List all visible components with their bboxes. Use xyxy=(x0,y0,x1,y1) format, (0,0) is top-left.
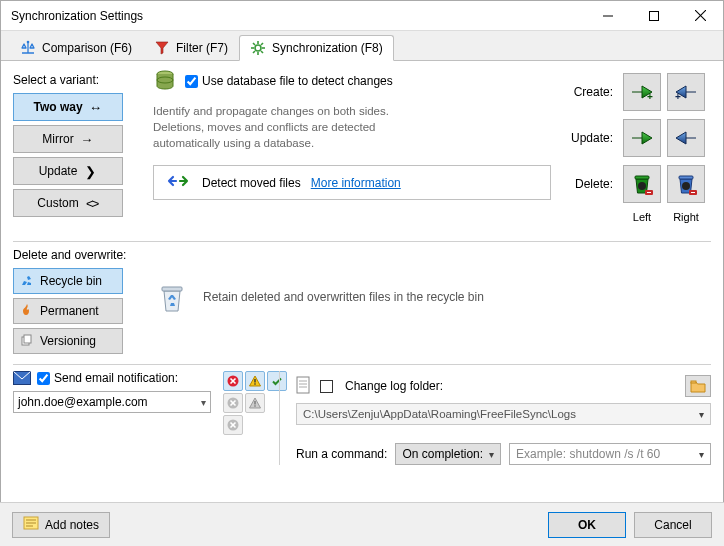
run-command-placeholder: Example: shutdown /s /t 60 xyxy=(516,447,660,461)
left-column-caption: Left xyxy=(623,211,661,223)
recycle-bin-option[interactable]: Recycle bin xyxy=(13,268,123,294)
svg-point-19 xyxy=(638,182,646,190)
variant-group: Select a variant: Two way ↔ Mirror → Upd… xyxy=(13,69,133,231)
footer-bar: Add notes OK Cancel xyxy=(0,502,724,546)
status-error-disabled[interactable] xyxy=(223,393,243,413)
scale-icon xyxy=(20,40,36,56)
variant-two-way[interactable]: Two way ↔ xyxy=(13,93,123,121)
delete-overwrite-list: Recycle bin Permanent Versioning xyxy=(13,268,133,354)
svg-rect-25 xyxy=(691,192,695,193)
use-database-checkbox[interactable]: Use database file to detect changes xyxy=(185,74,393,88)
variant-label: Update xyxy=(39,164,78,178)
chevron-down-icon: ▾ xyxy=(201,397,206,408)
change-log-folder-label: Change log folder: xyxy=(345,379,443,393)
permanent-option[interactable]: Permanent xyxy=(13,298,123,324)
versioning-option[interactable]: Versioning xyxy=(13,328,123,354)
svg-rect-27 xyxy=(24,335,31,343)
tab-comparison[interactable]: Comparison (F6) xyxy=(9,35,143,61)
versioning-icon xyxy=(20,333,34,350)
run-command-label: Run a command: xyxy=(296,447,387,461)
add-notes-button[interactable]: Add notes xyxy=(12,512,110,538)
svg-text:+: + xyxy=(647,91,653,102)
flame-icon xyxy=(20,303,34,320)
email-block: Send email notification: john.doe@exampl… xyxy=(13,371,263,465)
maximize-button[interactable] xyxy=(631,1,677,31)
use-database-checkbox-input[interactable] xyxy=(185,75,198,88)
delete-overwrite-description-row: Retain deleted and overwritten files in … xyxy=(157,268,484,314)
add-notes-label: Add notes xyxy=(45,518,99,532)
variant-heading: Select a variant: xyxy=(13,73,133,87)
chevron-down-icon: ▾ xyxy=(699,409,704,420)
database-description: Identify and propagate changes on both s… xyxy=(153,103,413,151)
run-command-input[interactable]: Example: shutdown /s /t 60 ▾ xyxy=(509,443,711,465)
two-way-arrow-icon: ↔ xyxy=(89,101,103,114)
status-warning-toggle[interactable] xyxy=(245,371,265,391)
detect-moved-files-box: Detect moved files More information xyxy=(153,165,551,200)
direction-grid: Create: + + Update: Delete: xyxy=(565,65,711,231)
svg-rect-43 xyxy=(297,377,309,393)
svg-rect-22 xyxy=(679,176,693,179)
delete-left-button[interactable] xyxy=(623,165,661,203)
svg-rect-21 xyxy=(647,192,651,193)
svg-rect-47 xyxy=(691,381,696,383)
svg-rect-1 xyxy=(650,11,659,20)
create-right-button[interactable]: + xyxy=(667,73,705,111)
ok-button[interactable]: OK xyxy=(548,512,626,538)
send-email-checkbox[interactable]: Send email notification: xyxy=(37,371,178,385)
chevron-down-icon: ▾ xyxy=(489,449,494,460)
option-label: Recycle bin xyxy=(40,274,102,288)
main-panel: Select a variant: Two way ↔ Mirror → Upd… xyxy=(1,61,723,465)
log-folder-path-value: C:\Users\Zenju\AppData\Roaming\FreeFileS… xyxy=(303,408,576,420)
create-left-button[interactable]: + xyxy=(623,73,661,111)
variant-custom[interactable]: Custom <> xyxy=(13,189,123,217)
svg-line-13 xyxy=(253,51,255,53)
minimize-button[interactable] xyxy=(585,1,631,31)
window-title: Synchronization Settings xyxy=(11,9,585,23)
chevron-right-icon: ❯ xyxy=(83,165,97,178)
email-address-combo[interactable]: john.doe@example.com ▾ xyxy=(13,391,211,413)
browse-folder-button[interactable] xyxy=(685,375,711,397)
svg-point-23 xyxy=(682,182,690,190)
svg-point-4 xyxy=(27,41,30,44)
middle-column: Use database file to detect changes Iden… xyxy=(133,69,565,231)
update-left-button[interactable] xyxy=(623,119,661,157)
tab-bar: Comparison (F6) Filter (F7) Synchronizat… xyxy=(1,31,723,61)
run-command-when-value: On completion: xyxy=(402,447,483,461)
tab-label: Synchronization (F8) xyxy=(272,41,383,55)
cancel-button[interactable]: Cancel xyxy=(634,512,712,538)
svg-rect-33 xyxy=(254,379,255,383)
option-label: Versioning xyxy=(40,334,96,348)
use-database-label: Use database file to detect changes xyxy=(202,74,393,88)
status-warning-disabled[interactable] xyxy=(245,393,265,413)
variant-update[interactable]: Update ❯ xyxy=(13,157,123,185)
run-command-when-combo[interactable]: On completion: ▾ xyxy=(395,443,501,465)
svg-text:+: + xyxy=(675,91,681,102)
cancel-label: Cancel xyxy=(654,518,691,532)
close-button[interactable] xyxy=(677,1,723,31)
variant-mirror[interactable]: Mirror → xyxy=(13,125,123,153)
title-bar: Synchronization Settings xyxy=(1,1,723,31)
log-folder-path[interactable]: C:\Users\Zenju\AppData\Roaming\FreeFileS… xyxy=(296,403,711,425)
variant-label: Mirror xyxy=(42,132,73,146)
svg-rect-39 xyxy=(254,405,255,406)
log-block: Change log folder: C:\Users\Zenju\AppDat… xyxy=(279,371,711,465)
svg-rect-28 xyxy=(162,287,182,291)
svg-line-11 xyxy=(261,51,263,53)
right-arrow-icon: → xyxy=(80,133,94,146)
delete-right-button[interactable] xyxy=(667,165,705,203)
recycle-bin-big-icon xyxy=(157,280,187,314)
status-error-disabled-2[interactable] xyxy=(223,415,243,435)
svg-rect-34 xyxy=(254,383,255,384)
send-email-checkbox-input[interactable] xyxy=(37,372,50,385)
tab-label: Filter (F7) xyxy=(176,41,228,55)
update-right-button[interactable] xyxy=(667,119,705,157)
svg-rect-38 xyxy=(254,401,255,405)
tab-filter[interactable]: Filter (F7) xyxy=(143,35,239,61)
svg-line-12 xyxy=(261,43,263,45)
status-error-toggle[interactable] xyxy=(223,371,243,391)
send-email-label: Send email notification: xyxy=(54,371,178,385)
change-log-folder-checkbox[interactable] xyxy=(320,380,333,393)
more-information-link[interactable]: More information xyxy=(311,176,401,190)
variant-label: Custom xyxy=(37,196,78,210)
tab-synchronization[interactable]: Synchronization (F8) xyxy=(239,35,394,61)
